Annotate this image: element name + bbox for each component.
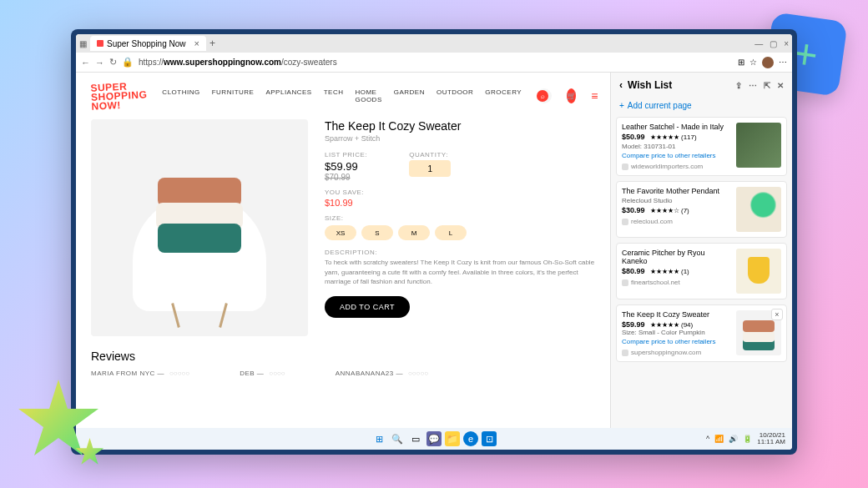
nav-home-goods[interactable]: HOME GOODS bbox=[355, 88, 381, 103]
compare-price-link[interactable]: Compare price to other retailers bbox=[622, 152, 731, 159]
reviews-heading: Reviews bbox=[91, 350, 595, 363]
share-icon[interactable]: ⇪ bbox=[735, 81, 742, 90]
nav-appliances[interactable]: APPLIANCES bbox=[265, 88, 311, 103]
more-icon[interactable]: ⋯ bbox=[749, 81, 757, 90]
edge-icon[interactable]: e bbox=[463, 431, 478, 446]
add-to-cart-button[interactable]: ADD TO CART bbox=[325, 296, 410, 318]
nav-garden[interactable]: GARDEN bbox=[394, 88, 425, 103]
review-item: DEB —○○○○ bbox=[240, 370, 285, 377]
remove-wishlist-item-button[interactable]: × bbox=[771, 309, 783, 320]
cart-button[interactable]: 🛒 bbox=[567, 88, 576, 103]
search-taskbar-icon[interactable]: 🔍 bbox=[390, 431, 405, 446]
product-title: The Keep It Cozy Sweater bbox=[325, 119, 595, 133]
search-icon[interactable]: ⌕ bbox=[537, 90, 548, 102]
profile-avatar[interactable] bbox=[762, 57, 774, 68]
size-l[interactable]: L bbox=[435, 225, 467, 240]
wishlist-item-title: The Favorite Mother Pendant bbox=[622, 187, 731, 195]
wishlist-item-price: $50.99 bbox=[622, 133, 645, 141]
compare-price-link[interactable]: Compare price to other retailers bbox=[622, 338, 731, 345]
wishlist-sidebar: ‹ Wish List ⇪ ⋯ ⇱ ✕ + Add current page L… bbox=[610, 73, 792, 428]
maximize-button[interactable]: ▢ bbox=[770, 39, 777, 48]
wishlist-item[interactable]: Leather Satchel - Made in Italy$50.99 ★★… bbox=[616, 117, 787, 176]
battery-icon[interactable]: 🔋 bbox=[743, 435, 752, 443]
wishlist-item-thumbnail bbox=[736, 123, 781, 168]
task-view-icon[interactable]: ▭ bbox=[408, 431, 423, 446]
plus-icon: + bbox=[619, 101, 624, 110]
wishlist-title: Wish List bbox=[628, 79, 672, 91]
wishlist-item-site: relecloud.com bbox=[622, 218, 731, 225]
close-sidebar-icon[interactable]: ✕ bbox=[777, 81, 784, 90]
tab-close-icon[interactable]: × bbox=[194, 38, 199, 48]
wishlist-item[interactable]: The Keep It Cozy Sweater$59.99 ★★★★★ (94… bbox=[616, 304, 787, 362]
wishlist-item-subtitle: Relecloud Studio bbox=[622, 197, 731, 204]
wishlist-item-price: $30.99 bbox=[622, 206, 645, 214]
explorer-icon[interactable]: 📁 bbox=[445, 431, 460, 446]
collections-icon[interactable]: ⊞ bbox=[738, 58, 744, 67]
nav-outdoor[interactable]: OUTDOOR bbox=[437, 88, 473, 103]
refresh-button[interactable]: ↻ bbox=[109, 57, 117, 68]
wishlist-item-site: supershoppingnow.com bbox=[622, 349, 731, 356]
favicon bbox=[97, 40, 103, 47]
url-field[interactable]: https://www.supershoppingnow.com/cozy-sw… bbox=[139, 58, 733, 67]
nav-furniture[interactable]: FURNITURE bbox=[212, 88, 255, 103]
store-icon[interactable]: ⊡ bbox=[482, 431, 497, 446]
wishlist-item-site: fineartschool.net bbox=[622, 279, 731, 286]
browser-tab[interactable]: Super Shopping Now × bbox=[90, 36, 206, 51]
wishlist-item-title: Leather Satchel - Made in Italy bbox=[622, 123, 731, 131]
wishlist-item-title: The Keep It Cozy Sweater bbox=[622, 310, 731, 319]
page-content: SUPERSHOPPINGNOW! CLOTHINGFURNITUREAPPLI… bbox=[76, 73, 610, 428]
size-xs[interactable]: XS bbox=[325, 225, 356, 240]
forward-button[interactable]: → bbox=[95, 58, 104, 68]
start-button[interactable]: ⊞ bbox=[371, 431, 386, 446]
wifi-icon[interactable]: 📶 bbox=[714, 435, 724, 443]
nav-clothing[interactable]: CLOTHING bbox=[162, 88, 199, 103]
new-tab-button[interactable]: + bbox=[209, 38, 215, 49]
tabs-icon[interactable]: ▦ bbox=[79, 39, 87, 48]
size-label: SIZE: bbox=[325, 214, 595, 222]
pin-icon[interactable]: ⇱ bbox=[764, 81, 770, 90]
search-input[interactable]: ⌕ bbox=[537, 88, 552, 103]
tab-title: Super Shopping Now bbox=[107, 39, 186, 48]
decoration-star-small bbox=[75, 438, 104, 467]
menu-icon[interactable]: ⋯ bbox=[779, 58, 787, 67]
back-icon[interactable]: ‹ bbox=[619, 79, 623, 91]
taskbar-time[interactable]: 11:11 AM bbox=[757, 439, 785, 445]
description-label: DESCRIPTION: bbox=[325, 249, 595, 256]
product-price: $59.99 bbox=[325, 160, 367, 173]
wishlist-item-rating: ★★★★★ (94) bbox=[648, 321, 694, 329]
chat-icon[interactable]: 💬 bbox=[426, 431, 442, 446]
product-brand: Sparrow + Stitch bbox=[325, 134, 595, 143]
wishlist-item[interactable]: Ceramic Pitcher by Ryou Kaneko$80.99 ★★★… bbox=[616, 243, 787, 299]
save-amount: $10.99 bbox=[325, 198, 595, 208]
wishlist-item-site: wideworldimporters.com bbox=[622, 163, 731, 170]
product-image bbox=[91, 119, 308, 336]
hamburger-icon[interactable]: ≡ bbox=[591, 89, 598, 103]
wishlist-item-rating: ★★★★★ (117) bbox=[648, 133, 697, 141]
volume-icon[interactable]: 🔊 bbox=[729, 435, 738, 443]
save-label: YOU SAVE: bbox=[325, 189, 595, 196]
add-current-page-button[interactable]: + Add current page bbox=[611, 98, 792, 117]
quantity-stepper[interactable]: 1 bbox=[409, 160, 451, 177]
wishlist-item-rating: ★★★★☆ (7) bbox=[648, 207, 689, 214]
close-button[interactable]: × bbox=[784, 39, 789, 48]
site-logo[interactable]: SUPERSHOPPINGNOW! bbox=[90, 81, 148, 111]
screen: ▦ Super Shopping Now × + — ▢ × ← → ↻ 🔒 h… bbox=[76, 34, 792, 450]
taskbar: ⊞ 🔍 ▭ 💬 📁 e ⊡ ^ 📶 🔊 🔋 10/20/21 11:11 AM bbox=[76, 428, 792, 450]
main-nav: CLOTHINGFURNITUREAPPLIANCESTECHHOME GOOD… bbox=[162, 88, 522, 103]
back-button[interactable]: ← bbox=[81, 58, 90, 68]
wishlist-item-variant: Size: Small - Color Pumpkin bbox=[622, 329, 731, 336]
product-strike-price: $70.99 bbox=[325, 173, 367, 182]
favorites-icon[interactable]: ☆ bbox=[749, 58, 757, 67]
wishlist-item-title: Ceramic Pitcher by Ryou Kaneko bbox=[622, 249, 731, 265]
minimize-button[interactable]: — bbox=[754, 39, 763, 48]
wishlist-item-model: Model: 310731-01 bbox=[622, 143, 731, 150]
size-m[interactable]: M bbox=[398, 225, 430, 240]
nav-tech[interactable]: TECH bbox=[324, 88, 344, 103]
wishlist-item[interactable]: The Favorite Mother PendantRelecloud Stu… bbox=[616, 181, 787, 238]
size-s[interactable]: S bbox=[361, 225, 393, 240]
review-item: ANNABANANA23 —○○○○○ bbox=[336, 370, 428, 377]
wishlist-item-price: $59.99 bbox=[622, 320, 645, 329]
tray-chevron-icon[interactable]: ^ bbox=[706, 435, 709, 443]
wishlist-item-price: $80.99 bbox=[622, 267, 645, 275]
nav-grocery[interactable]: GROCERY bbox=[485, 88, 522, 103]
